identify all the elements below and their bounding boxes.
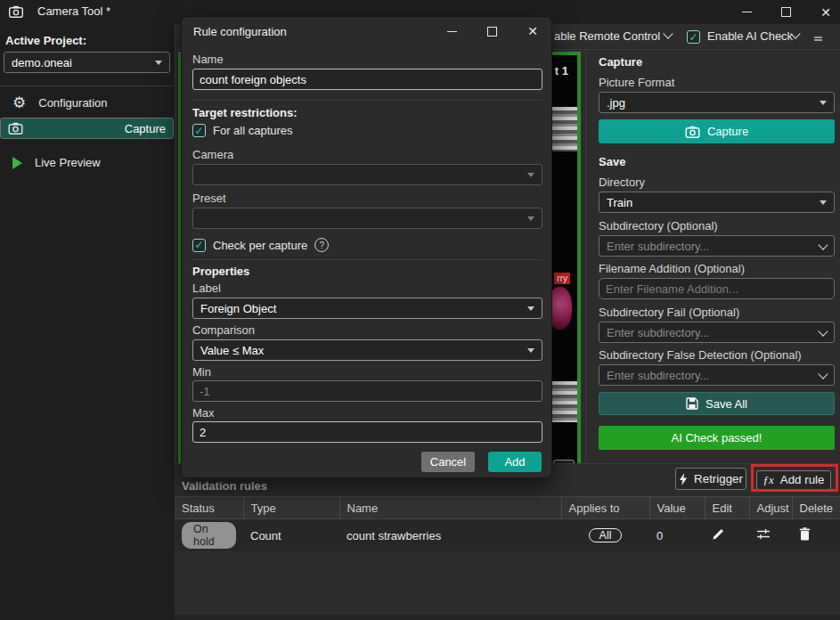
window-close-button[interactable]: ✕	[820, 6, 831, 19]
camera-icon	[8, 122, 23, 135]
subdirectory-fail-placeholder: Enter subdirectory...	[607, 326, 709, 339]
panel-divider	[585, 50, 586, 463]
save-all-label: Save All	[705, 397, 747, 411]
directory-select[interactable]: Train	[599, 192, 835, 213]
subdirectory-false-detection-combo[interactable]: Enter subdirectory...	[599, 364, 835, 386]
thumbnail-title-fragment: t 1	[555, 64, 568, 78]
capture-button-label: Capture	[707, 125, 748, 138]
properties-header: Properties	[192, 265, 542, 278]
subdirectory-combo[interactable]: Enter subdirectory...	[599, 235, 835, 257]
subdirectory-label: Subdirectory (Optional)	[599, 219, 835, 232]
column-type: Type	[243, 497, 339, 519]
status-badge: On hold	[182, 522, 236, 549]
column-value: Value	[649, 497, 705, 519]
project-select[interactable]: demo.oneai	[4, 52, 170, 73]
window-maximize-button[interactable]	[781, 7, 791, 17]
ai-check-status-banner: AI Check passed!	[599, 426, 835, 450]
camera-select[interactable]	[192, 164, 542, 185]
detection-tag: rry	[554, 273, 570, 284]
gear-icon: ⚙	[12, 95, 26, 110]
sidebar-item-label: Capture	[125, 122, 166, 135]
lightning-icon	[679, 473, 688, 485]
panel-bottom-edge	[175, 615, 840, 620]
picture-format-label: Picture Format	[599, 76, 835, 89]
camera-icon	[685, 126, 700, 138]
chevron-down-icon	[818, 240, 828, 249]
subdirectory-false-detection-placeholder: Enter subdirectory...	[607, 369, 709, 382]
rule-value: 0	[649, 519, 705, 552]
column-adjust: Adjust	[749, 497, 792, 519]
dialog-minimize-button[interactable]	[447, 31, 457, 32]
remote-control-label[interactable]: able Remote Control	[554, 29, 660, 43]
delete-trash-icon[interactable]	[799, 527, 811, 541]
target-restrictions-header: Target restrictions:	[192, 106, 542, 119]
column-name: Name	[339, 497, 561, 519]
dialog-maximize-button[interactable]	[487, 27, 497, 37]
window-title: Camera Tool *	[37, 4, 110, 18]
window-minimize-button[interactable]	[742, 12, 752, 12]
retrigger-button[interactable]: Retrigger	[675, 468, 746, 490]
sidebar-item-configuration[interactable]: ⚙ Configuration	[0, 89, 174, 117]
check-per-capture-checkbox[interactable]: ✓	[192, 239, 206, 252]
help-icon[interactable]: ?	[314, 238, 329, 252]
filename-addition-label: Filename Addition (Optional)	[599, 262, 835, 275]
preset-select[interactable]	[192, 208, 542, 229]
sidebar: Active Project: demo.oneai ⚙ Configurati…	[0, 24, 174, 620]
validation-panel: Retrigger ƒx Add rule Validation rules S…	[175, 463, 840, 616]
capture-section-header: Capture	[599, 55, 835, 69]
table-row: On hold Count count strawberries All 0	[175, 519, 840, 552]
directory-label: Directory	[599, 175, 835, 189]
chevron-down-icon	[527, 173, 534, 177]
thumbnail-object	[549, 381, 577, 422]
cancel-button[interactable]: Cancel	[421, 452, 475, 472]
directory-value: Train	[607, 196, 632, 209]
capture-button[interactable]: Capture	[599, 119, 835, 143]
chevron-down-icon	[820, 101, 827, 105]
comparison-select-value: Value ≤ Max	[200, 344, 264, 357]
rule-name-input[interactable]	[192, 69, 542, 90]
comparison-label: Comparison	[192, 323, 542, 337]
dialog-title: Rule configuration	[193, 25, 287, 38]
sidebar-item-live-preview[interactable]: Live Preview	[0, 149, 174, 176]
column-status: Status	[175, 497, 243, 519]
chevron-down-icon	[820, 200, 827, 205]
rule-name: count strawberries	[339, 519, 561, 552]
comparison-select[interactable]: Value ≤ Max	[192, 339, 542, 361]
label-select[interactable]: Foreign Object	[192, 298, 542, 319]
picture-format-value: .jpg	[607, 96, 625, 110]
picture-format-select[interactable]: .jpg	[599, 92, 835, 113]
for-all-captures-checkbox[interactable]: ✓	[192, 124, 206, 137]
chevron-down-icon	[527, 348, 534, 353]
add-rule-highlight-box	[751, 464, 838, 492]
chevron-down-icon	[818, 369, 828, 379]
validation-rules-title: Validation rules	[182, 479, 267, 493]
max-input[interactable]	[192, 421, 542, 443]
subdirectory-fail-label: Subdirectory Fail (Optional)	[599, 306, 835, 319]
rule-type: Count	[243, 519, 339, 552]
adjust-sliders-icon[interactable]	[756, 528, 771, 541]
validation-rules-table: Status Type Name Applies to Value Edit A…	[175, 496, 840, 551]
play-icon	[12, 157, 22, 169]
cancel-label: Cancel	[430, 455, 466, 469]
name-label: Name	[192, 53, 542, 66]
table-header-row: Status Type Name Applies to Value Edit A…	[175, 497, 840, 519]
sidebar-item-capture[interactable]: Capture	[0, 118, 174, 139]
dialog-close-button[interactable]: ✕	[527, 25, 538, 37]
subdirectory-fail-combo[interactable]: Enter subdirectory...	[599, 322, 835, 343]
max-label: Max	[192, 406, 542, 420]
add-button[interactable]: Add	[488, 452, 542, 472]
save-all-button[interactable]: Save All	[599, 392, 835, 415]
preset-label: Preset	[192, 192, 542, 205]
min-label: Min	[192, 365, 542, 379]
column-edit: Edit	[705, 497, 749, 519]
sidebar-item-label: Live Preview	[35, 156, 101, 169]
min-input[interactable]	[192, 380, 542, 402]
label-label: Label	[192, 281, 542, 295]
edit-icon[interactable]	[712, 527, 725, 541]
enable-ai-check-checkbox[interactable]: ✓	[687, 30, 700, 44]
divider	[192, 100, 542, 101]
column-applies-to: Applies to	[561, 497, 649, 519]
camera-icon	[9, 5, 23, 18]
column-delete: Delete	[792, 497, 840, 519]
filename-addition-input[interactable]	[599, 278, 835, 299]
